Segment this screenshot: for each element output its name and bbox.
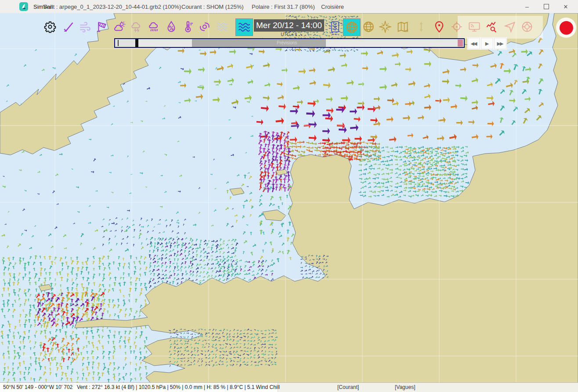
minimize-button[interactable]: – [517,0,537,13]
menu-courant[interactable]: Courant : SHOM (125%) [181,4,244,10]
wind-icon[interactable] [79,20,92,33]
app-window: SimSail Vent : arpege_0_1_2023-12-20_10-… [0,0,578,392]
lifebuoy-icon[interactable] [520,20,534,33]
rewind-button[interactable]: ◀◀ [468,38,480,49]
utc-offset-label: UTC + 1 [254,32,324,37]
timeline-cursor[interactable] [118,40,119,46]
location-pin-icon[interactable] [433,20,446,33]
record-icon [560,21,573,35]
map-icon[interactable] [396,20,409,33]
time-display[interactable]: Mer 20/12 - 14:00 [254,19,324,32]
globe-icon[interactable] [362,20,375,33]
playback-controls: ◀◀ ▶ ▶▶ [467,37,507,50]
timeline-previsions-label: Prévisions [277,40,297,45]
validate-icon[interactable] [61,20,75,33]
timeline-previsions-segment[interactable] [192,39,326,47]
app-logo-icon [19,2,28,11]
storm-icon[interactable] [130,20,143,33]
waves-selected-icon[interactable] [235,18,253,36]
globe-selected-icon[interactable] [343,18,361,36]
chevrons-icon[interactable] [329,20,342,33]
compass-rose-icon[interactable] [379,20,392,33]
menu-vent[interactable]: Vent : arpege_0_1_2023-12-20_10-44-01.gr… [43,4,181,10]
close-button[interactable]: ✕ [556,0,575,13]
maximize-button[interactable] [537,0,556,13]
record-button[interactable] [556,18,576,38]
fast-forward-button[interactable]: ▶▶ [494,38,506,49]
updown-arrow-icon[interactable] [415,20,428,33]
timeline-divider [135,39,138,47]
timeline-left-cell[interactable] [115,39,135,47]
target-icon[interactable] [450,20,463,33]
time-label: Mer 20/12 - 14:00 [256,21,322,30]
nav-arrow-icon[interactable] [503,20,517,33]
play-button[interactable]: ▶ [481,38,493,49]
title-bar: SimSail Vent : arpege_0_1_2023-12-20_10-… [0,0,578,14]
weather-readout: Vent : 272° 16.3 kt (4 Bf) | 1020.5 hPa … [77,384,280,390]
status-bar: 50°N 50' 149 - 000°W 10' 702 Vent : 272°… [0,382,578,392]
cast-screen-icon[interactable] [468,20,481,33]
rain-icon[interactable] [148,20,161,33]
windsock-icon[interactable] [95,20,108,33]
cyclone-icon[interactable] [198,20,211,33]
sun-cloud-icon[interactable] [113,20,126,33]
route-analysis-icon[interactable] [485,20,499,33]
menu-croisiere[interactable]: Croisière [321,4,344,10]
menu-polaire[interactable]: Polaire : First 31.7 (80%) [252,4,315,10]
forecast-timeline[interactable]: Prévisions [114,38,465,48]
timeline-end-marker[interactable] [458,40,463,47]
vagues-placeholder: [Vagues] [395,384,415,390]
courant-placeholder: [Courant] [337,384,359,390]
chart-map[interactable] [0,13,578,382]
settings-icon[interactable] [43,20,57,33]
waves-icon[interactable] [216,20,229,33]
maximize-icon [544,4,549,9]
cursor-coordinates: 50°N 50' 149 - 000°W 10' 702 [3,384,72,390]
humidity-icon[interactable] [165,20,178,33]
thermometer-icon[interactable] [181,20,195,33]
